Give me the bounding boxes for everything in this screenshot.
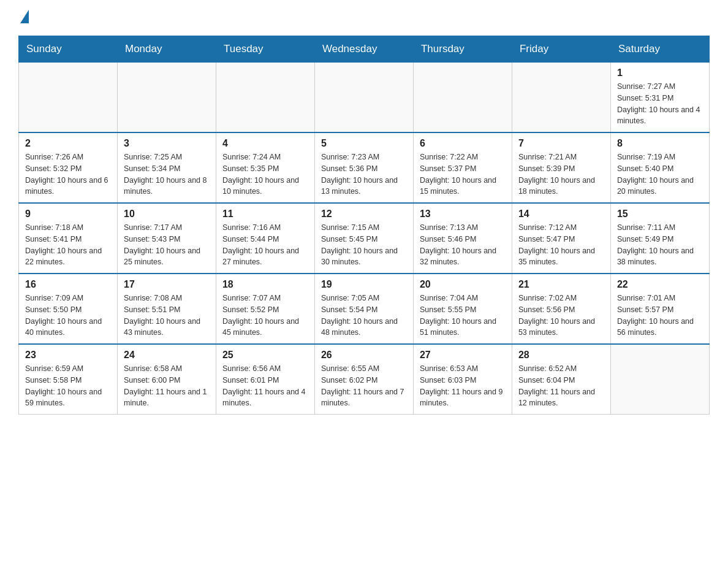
- calendar-table: SundayMondayTuesdayWednesdayThursdayFrid…: [18, 36, 710, 415]
- day-number: 2: [25, 138, 111, 149]
- day-info: Sunrise: 6:55 AM Sunset: 6:02 PM Dayligh…: [321, 363, 407, 409]
- day-info: Sunrise: 7:19 AM Sunset: 5:40 PM Dayligh…: [617, 151, 703, 197]
- calendar-cell: 21Sunrise: 7:02 AM Sunset: 5:56 PM Dayli…: [512, 274, 610, 344]
- day-info: Sunrise: 7:13 AM Sunset: 5:46 PM Dayligh…: [420, 222, 506, 268]
- calendar-cell: 2Sunrise: 7:26 AM Sunset: 5:32 PM Daylig…: [19, 132, 118, 203]
- day-of-week-header: Friday: [512, 36, 610, 62]
- day-number: 4: [222, 138, 308, 149]
- calendar-week-row: 23Sunrise: 6:59 AM Sunset: 5:58 PM Dayli…: [19, 344, 710, 415]
- calendar-cell: 7Sunrise: 7:21 AM Sunset: 5:39 PM Daylig…: [512, 132, 610, 203]
- calendar-cell: 14Sunrise: 7:12 AM Sunset: 5:47 PM Dayli…: [512, 203, 610, 274]
- calendar-cell: [314, 62, 413, 132]
- day-number: 5: [321, 138, 407, 149]
- day-number: 20: [420, 279, 506, 290]
- day-info: Sunrise: 7:25 AM Sunset: 5:34 PM Dayligh…: [124, 151, 210, 197]
- logo: [18, 12, 29, 23]
- calendar-cell: [610, 344, 709, 415]
- day-info: Sunrise: 7:24 AM Sunset: 5:35 PM Dayligh…: [222, 151, 308, 197]
- calendar-cell: 18Sunrise: 7:07 AM Sunset: 5:52 PM Dayli…: [216, 274, 314, 344]
- day-info: Sunrise: 6:52 AM Sunset: 6:04 PM Dayligh…: [518, 363, 604, 409]
- calendar-header-row: SundayMondayTuesdayWednesdayThursdayFrid…: [19, 36, 710, 62]
- calendar-week-row: 2Sunrise: 7:26 AM Sunset: 5:32 PM Daylig…: [19, 132, 710, 203]
- day-info: Sunrise: 7:22 AM Sunset: 5:37 PM Dayligh…: [420, 151, 506, 197]
- day-info: Sunrise: 7:18 AM Sunset: 5:41 PM Dayligh…: [25, 222, 111, 268]
- day-number: 25: [222, 350, 308, 361]
- calendar-cell: 28Sunrise: 6:52 AM Sunset: 6:04 PM Dayli…: [512, 344, 610, 415]
- calendar-cell: 20Sunrise: 7:04 AM Sunset: 5:55 PM Dayli…: [413, 274, 512, 344]
- calendar-cell: [512, 62, 610, 132]
- day-number: 3: [124, 138, 210, 149]
- day-number: 19: [321, 279, 407, 290]
- day-number: 16: [25, 279, 111, 290]
- day-info: Sunrise: 7:01 AM Sunset: 5:57 PM Dayligh…: [617, 293, 703, 339]
- day-number: 15: [617, 209, 703, 220]
- calendar-cell: 5Sunrise: 7:23 AM Sunset: 5:36 PM Daylig…: [314, 132, 413, 203]
- calendar-cell: 4Sunrise: 7:24 AM Sunset: 5:35 PM Daylig…: [216, 132, 314, 203]
- calendar-cell: 13Sunrise: 7:13 AM Sunset: 5:46 PM Dayli…: [413, 203, 512, 274]
- day-info: Sunrise: 6:59 AM Sunset: 5:58 PM Dayligh…: [25, 363, 111, 409]
- calendar-cell: 16Sunrise: 7:09 AM Sunset: 5:50 PM Dayli…: [19, 274, 118, 344]
- calendar-cell: 23Sunrise: 6:59 AM Sunset: 5:58 PM Dayli…: [19, 344, 118, 415]
- calendar-cell: 3Sunrise: 7:25 AM Sunset: 5:34 PM Daylig…: [117, 132, 216, 203]
- day-of-week-header: Saturday: [610, 36, 709, 62]
- calendar-cell: 24Sunrise: 6:58 AM Sunset: 6:00 PM Dayli…: [117, 344, 216, 415]
- page-header: [18, 12, 710, 23]
- calendar-cell: 17Sunrise: 7:08 AM Sunset: 5:51 PM Dayli…: [117, 274, 216, 344]
- day-number: 8: [617, 138, 703, 149]
- day-info: Sunrise: 7:12 AM Sunset: 5:47 PM Dayligh…: [518, 222, 604, 268]
- calendar-week-row: 16Sunrise: 7:09 AM Sunset: 5:50 PM Dayli…: [19, 274, 710, 344]
- calendar-cell: 19Sunrise: 7:05 AM Sunset: 5:54 PM Dayli…: [314, 274, 413, 344]
- day-info: Sunrise: 7:15 AM Sunset: 5:45 PM Dayligh…: [321, 222, 407, 268]
- day-of-week-header: Thursday: [413, 36, 512, 62]
- calendar-cell: 25Sunrise: 6:56 AM Sunset: 6:01 PM Dayli…: [216, 344, 314, 415]
- day-info: Sunrise: 7:07 AM Sunset: 5:52 PM Dayligh…: [222, 293, 308, 339]
- day-number: 1: [617, 67, 703, 79]
- day-info: Sunrise: 7:23 AM Sunset: 5:36 PM Dayligh…: [321, 151, 407, 197]
- calendar-cell: 26Sunrise: 6:55 AM Sunset: 6:02 PM Dayli…: [314, 344, 413, 415]
- day-number: 14: [518, 209, 604, 220]
- calendar-cell: 11Sunrise: 7:16 AM Sunset: 5:44 PM Dayli…: [216, 203, 314, 274]
- day-of-week-header: Tuesday: [216, 36, 314, 62]
- day-of-week-header: Sunday: [19, 36, 118, 62]
- day-info: Sunrise: 7:02 AM Sunset: 5:56 PM Dayligh…: [518, 293, 604, 339]
- calendar-cell: [19, 62, 118, 132]
- day-info: Sunrise: 7:11 AM Sunset: 5:49 PM Dayligh…: [617, 222, 703, 268]
- calendar-cell: [216, 62, 314, 132]
- day-info: Sunrise: 6:58 AM Sunset: 6:00 PM Dayligh…: [124, 363, 210, 409]
- day-number: 27: [420, 350, 506, 361]
- calendar-cell: 10Sunrise: 7:17 AM Sunset: 5:43 PM Dayli…: [117, 203, 216, 274]
- calendar-cell: 9Sunrise: 7:18 AM Sunset: 5:41 PM Daylig…: [19, 203, 118, 274]
- day-number: 23: [25, 350, 111, 361]
- calendar-week-row: 9Sunrise: 7:18 AM Sunset: 5:41 PM Daylig…: [19, 203, 710, 274]
- day-of-week-header: Wednesday: [314, 36, 413, 62]
- day-number: 21: [518, 279, 604, 290]
- day-number: 26: [321, 350, 407, 361]
- day-number: 17: [124, 279, 210, 290]
- calendar-cell: 6Sunrise: 7:22 AM Sunset: 5:37 PM Daylig…: [413, 132, 512, 203]
- day-info: Sunrise: 6:56 AM Sunset: 6:01 PM Dayligh…: [222, 363, 308, 409]
- day-info: Sunrise: 7:16 AM Sunset: 5:44 PM Dayligh…: [222, 222, 308, 268]
- day-number: 24: [124, 350, 210, 361]
- day-info: Sunrise: 7:05 AM Sunset: 5:54 PM Dayligh…: [321, 293, 407, 339]
- calendar-cell: 8Sunrise: 7:19 AM Sunset: 5:40 PM Daylig…: [610, 132, 709, 203]
- day-of-week-header: Monday: [117, 36, 216, 62]
- day-info: Sunrise: 7:27 AM Sunset: 5:31 PM Dayligh…: [617, 81, 703, 127]
- calendar-cell: [117, 62, 216, 132]
- day-number: 11: [222, 209, 308, 220]
- calendar-week-row: 1Sunrise: 7:27 AM Sunset: 5:31 PM Daylig…: [19, 62, 710, 132]
- day-info: Sunrise: 7:17 AM Sunset: 5:43 PM Dayligh…: [124, 222, 210, 268]
- day-info: Sunrise: 7:08 AM Sunset: 5:51 PM Dayligh…: [124, 293, 210, 339]
- day-number: 18: [222, 279, 308, 290]
- calendar-cell: 27Sunrise: 6:53 AM Sunset: 6:03 PM Dayli…: [413, 344, 512, 415]
- day-number: 28: [518, 350, 604, 361]
- calendar-cell: [413, 62, 512, 132]
- day-info: Sunrise: 6:53 AM Sunset: 6:03 PM Dayligh…: [420, 363, 506, 409]
- day-info: Sunrise: 7:21 AM Sunset: 5:39 PM Dayligh…: [518, 151, 604, 197]
- day-number: 9: [25, 209, 111, 220]
- day-info: Sunrise: 7:04 AM Sunset: 5:55 PM Dayligh…: [420, 293, 506, 339]
- logo-triangle-icon: [20, 10, 29, 23]
- calendar-cell: 1Sunrise: 7:27 AM Sunset: 5:31 PM Daylig…: [610, 62, 709, 132]
- day-info: Sunrise: 7:26 AM Sunset: 5:32 PM Dayligh…: [25, 151, 111, 197]
- calendar-cell: 12Sunrise: 7:15 AM Sunset: 5:45 PM Dayli…: [314, 203, 413, 274]
- day-number: 7: [518, 138, 604, 149]
